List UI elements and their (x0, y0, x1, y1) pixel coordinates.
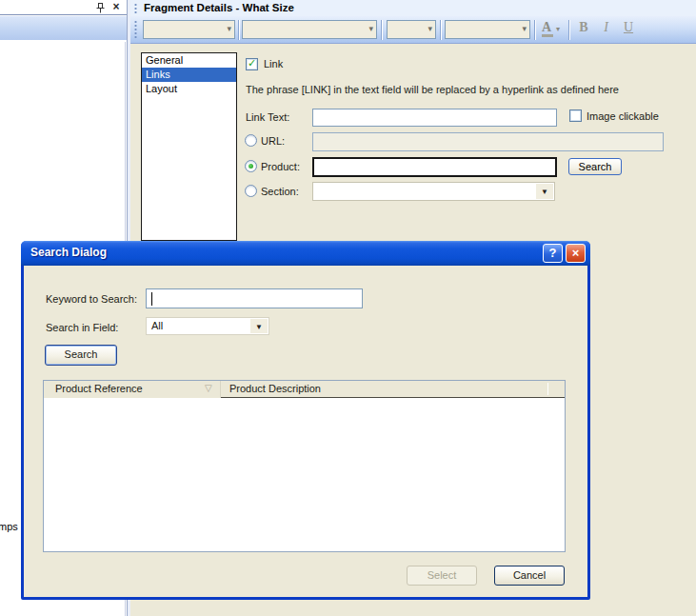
product-input[interactable] (312, 157, 557, 177)
close-icon: × (572, 246, 580, 260)
left-pane-toolbar (0, 16, 127, 41)
url-label: URL: (261, 135, 285, 147)
toolbar-separator (440, 20, 442, 40)
link-text-label: Link Text: (246, 111, 289, 123)
grip-handle-icon[interactable] (134, 20, 137, 40)
image-clickable-label: Image clickable (587, 110, 659, 122)
list-item-layout[interactable]: Layout (142, 82, 236, 96)
text-cursor (151, 292, 152, 306)
chevron-down-icon: ▾ (368, 24, 373, 33)
style-combo-2[interactable]: ▾ (242, 20, 377, 39)
check-icon: ✓ (248, 57, 256, 70)
url-input (312, 132, 664, 151)
results-table-header: Product Reference ▽ Product Description (44, 381, 565, 398)
product-search-button[interactable]: Search (568, 158, 622, 175)
style-combo-4[interactable]: ▾ (445, 20, 530, 39)
section-label: Section: (261, 186, 299, 197)
close-pane-icon[interactable]: × (109, 0, 123, 13)
toolbar-separator (238, 20, 240, 40)
cancel-button[interactable]: Cancel (494, 566, 565, 586)
search-in-field-label: Search in Field: (46, 322, 118, 333)
clipped-text: mps (0, 521, 18, 532)
product-radio[interactable] (245, 160, 257, 172)
url-radio[interactable] (245, 134, 257, 147)
column-header-product-description[interactable]: Product Description (229, 383, 321, 394)
help-button[interactable]: ? (543, 244, 563, 263)
list-item-links[interactable]: Links (142, 68, 236, 82)
app-window: × mps Fragment Details - What Size ▾ ▾ (0, 0, 696, 616)
keyword-label: Keyword to Search: (46, 293, 137, 305)
section-combo[interactable]: ▼ (312, 182, 555, 201)
column-divider[interactable] (547, 383, 548, 395)
chevron-down-icon: ▼ (541, 188, 548, 196)
dialog-title: Search Dialog (30, 246, 107, 259)
toolbar-separator (381, 20, 383, 40)
select-button: Select (407, 566, 477, 586)
keyword-input[interactable] (146, 288, 363, 308)
pin-icon[interactable] (94, 2, 106, 13)
sort-descending-icon: ▽ (205, 383, 212, 393)
dialog-title-bar[interactable]: Search Dialog ? × (21, 241, 590, 266)
pane-title-bar: Fragment Details - What Size (130, 0, 696, 16)
section-combo-arrow[interactable]: ▼ (536, 184, 553, 199)
image-clickable-checkbox[interactable] (569, 109, 582, 122)
results-table: Product Reference ▽ Product Description (43, 380, 566, 552)
format-toolbar: ▾ ▾ ▾ ▾ A ▾ B (130, 16, 696, 44)
bold-button[interactable]: B (575, 20, 592, 40)
category-list: General Links Layout (141, 52, 237, 241)
left-pane-header: × (0, 0, 127, 15)
chevron-down-icon: ▾ (227, 24, 231, 33)
search-in-field-value: All (151, 320, 163, 331)
column-header-product-reference[interactable]: Product Reference (55, 383, 143, 394)
close-button[interactable]: × (566, 244, 586, 263)
font-color-button[interactable]: A ▾ (539, 20, 566, 40)
link-checkbox[interactable]: ✓ (246, 58, 258, 70)
link-text-input[interactable] (312, 109, 557, 127)
help-icon: ? (549, 246, 557, 260)
section-radio[interactable] (245, 185, 257, 197)
italic-button[interactable]: I (599, 20, 613, 40)
dialog-search-button[interactable]: Search (45, 345, 117, 366)
style-combo-3[interactable]: ▾ (387, 20, 436, 39)
link-description: The phrase [LINK] in the text field will… (246, 84, 619, 95)
grip-handle-icon[interactable] (134, 3, 137, 13)
toolbar-separator (534, 20, 536, 40)
style-combo-1[interactable]: ▾ (143, 20, 235, 39)
toolbar-separator (568, 20, 570, 40)
chevron-down-icon: ▾ (556, 25, 560, 33)
pane-title: Fragment Details - What Size (144, 2, 294, 13)
list-item-general[interactable]: General (142, 53, 236, 68)
chevron-down-icon: ▼ (255, 323, 263, 331)
results-table-body[interactable] (44, 398, 565, 547)
underline-button[interactable]: U (619, 20, 638, 40)
font-color-bar-icon (542, 34, 553, 37)
column-divider[interactable] (220, 381, 221, 398)
search-in-field-combo-arrow[interactable]: ▼ (250, 319, 268, 333)
pin-icon-glyph (95, 2, 106, 14)
search-dialog: Search Dialog ? × Keyword to Search: Sea… (21, 241, 590, 600)
chevron-down-icon: ▾ (522, 24, 527, 33)
font-color-icon: A (542, 20, 551, 35)
chevron-down-icon: ▾ (428, 24, 432, 33)
product-label: Product: (261, 161, 300, 172)
radio-dot-icon (249, 164, 253, 169)
link-checkbox-label: Link (264, 58, 283, 70)
search-in-field-combo[interactable]: All ▼ (146, 317, 269, 335)
